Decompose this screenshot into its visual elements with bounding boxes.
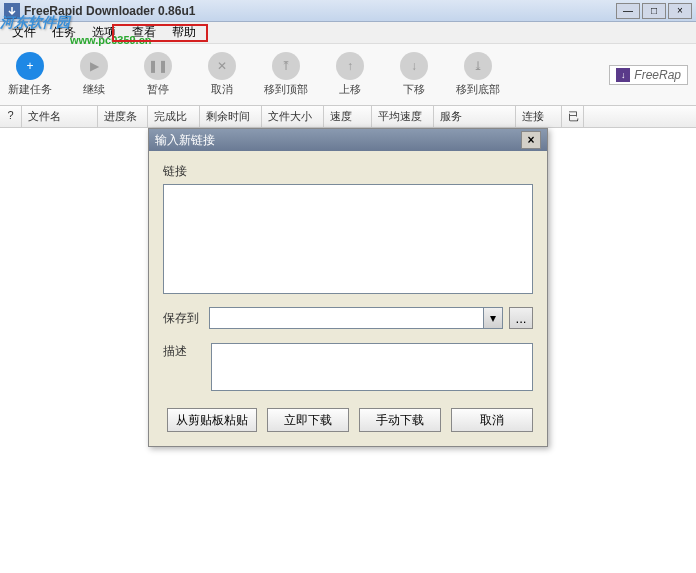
saveto-label: 保存到 (163, 310, 203, 327)
links-textarea[interactable] (163, 184, 533, 294)
col-eta[interactable]: 剩余时间 (200, 106, 262, 127)
browse-button[interactable]: ... (509, 307, 533, 329)
col-size[interactable]: 文件大小 (262, 106, 324, 127)
move-up-label: 上移 (339, 82, 361, 97)
resume-button[interactable]: ▶ 继续 (72, 52, 116, 97)
links-label: 链接 (163, 163, 533, 180)
move-top-label: 移到顶部 (264, 82, 308, 97)
down-icon: ↓ (400, 52, 428, 80)
saveto-combobox: ▾ (209, 307, 503, 329)
dialog-titlebar[interactable]: 输入新链接 × (149, 129, 547, 151)
move-up-button[interactable]: ↑ 上移 (328, 52, 372, 97)
dialog-body: 链接 保存到 ▾ ... 描述 从剪贴板粘贴 立即下载 手动下载 取消 (149, 151, 547, 446)
move-down-button[interactable]: ↓ 下移 (392, 52, 436, 97)
resume-label: 继续 (83, 82, 105, 97)
app-icon (4, 3, 20, 19)
menu-view[interactable]: 查看 (124, 21, 164, 44)
start-download-button[interactable]: 立即下载 (267, 408, 349, 432)
bottom-icon: ⤓ (464, 52, 492, 80)
menu-file[interactable]: 文件 (4, 21, 44, 44)
pause-label: 暂停 (147, 82, 169, 97)
col-service[interactable]: 服务 (434, 106, 516, 127)
col-connection[interactable]: 连接 (516, 106, 562, 127)
move-bottom-label: 移到底部 (456, 82, 500, 97)
brand-box: ↓ FreeRap (609, 65, 688, 85)
saveto-dropdown-button[interactable]: ▾ (483, 307, 503, 329)
desc-label: 描述 (163, 339, 203, 360)
plus-icon: + (16, 52, 44, 80)
up-icon: ↑ (336, 52, 364, 80)
manual-download-button[interactable]: 手动下载 (359, 408, 441, 432)
new-task-button[interactable]: + 新建任务 (8, 52, 52, 97)
dialog-cancel-button[interactable]: 取消 (451, 408, 533, 432)
brand-text: FreeRap (634, 68, 681, 82)
new-links-dialog: 输入新链接 × 链接 保存到 ▾ ... 描述 从剪贴板粘贴 立即下载 手动下载… (148, 128, 548, 447)
menu-help[interactable]: 帮助 (164, 21, 204, 44)
menu-tasks[interactable]: 任务 (44, 21, 84, 44)
move-bottom-button[interactable]: ⤓ 移到底部 (456, 52, 500, 97)
toolbar: + 新建任务 ▶ 继续 ❚❚ 暂停 ✕ 取消 ⤒ 移到顶部 ↑ 上移 ↓ 下移 … (0, 44, 696, 106)
cancel-label: 取消 (211, 82, 233, 97)
paste-clipboard-button[interactable]: 从剪贴板粘贴 (167, 408, 257, 432)
pause-button[interactable]: ❚❚ 暂停 (136, 52, 180, 97)
col-avgspeed[interactable]: 平均速度 (372, 106, 434, 127)
dialog-title-text: 输入新链接 (155, 132, 521, 149)
move-down-label: 下移 (403, 82, 425, 97)
col-progress[interactable]: 进度条 (98, 106, 148, 127)
maximize-button[interactable]: □ (642, 3, 666, 19)
window-title: FreeRapid Downloader 0.86u1 (24, 4, 616, 18)
new-task-label: 新建任务 (8, 82, 52, 97)
pause-icon: ❚❚ (144, 52, 172, 80)
top-icon: ⤒ (272, 52, 300, 80)
col-speed[interactable]: 速度 (324, 106, 372, 127)
minimize-button[interactable]: — (616, 3, 640, 19)
col-percent[interactable]: 完成比 (148, 106, 200, 127)
col-last[interactable]: 已 (562, 106, 584, 127)
play-icon: ▶ (80, 52, 108, 80)
cancel-button[interactable]: ✕ 取消 (200, 52, 244, 97)
cancel-icon: ✕ (208, 52, 236, 80)
chevron-down-icon: ▾ (490, 311, 496, 325)
move-top-button[interactable]: ⤒ 移到顶部 (264, 52, 308, 97)
menubar: 河东软件园 www.pc0359.cn 文件 任务 选项 查看 帮助 (0, 22, 696, 44)
saveto-input[interactable] (209, 307, 483, 329)
desc-textarea[interactable] (211, 343, 533, 391)
window-titlebar: FreeRapid Downloader 0.86u1 — □ × (0, 0, 696, 22)
download-arrow-icon: ↓ (616, 68, 630, 82)
dialog-close-button[interactable]: × (521, 131, 541, 149)
menu-options[interactable]: 选项 (84, 21, 124, 44)
col-filename[interactable]: 文件名 (22, 106, 98, 127)
close-button[interactable]: × (668, 3, 692, 19)
col-index[interactable]: ? (0, 106, 22, 127)
table-header: ? 文件名 进度条 完成比 剩余时间 文件大小 速度 平均速度 服务 连接 已 (0, 106, 696, 128)
